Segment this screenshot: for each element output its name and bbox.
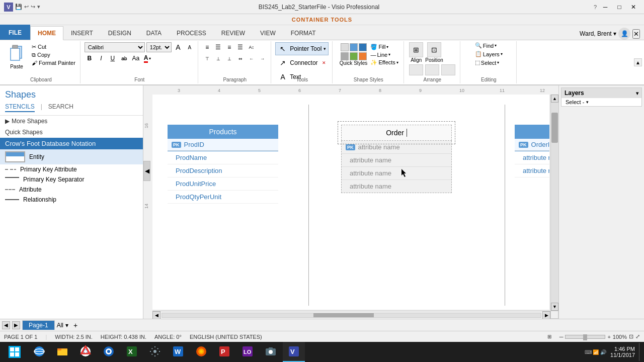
taskbar-explorer[interactable] [51,342,73,362]
tab-file[interactable]: FILE [0,25,30,40]
order-pk-row[interactable]: PK attribute name [342,141,451,154]
cut-button[interactable]: ✂ Cut [30,43,77,51]
hscroll-track[interactable] [162,313,541,318]
indent-inc-button[interactable]: → [258,54,268,64]
canvas[interactable]: Products PK ProdID ProdName ProdDescript… [152,95,549,310]
select-panel-item[interactable]: Select - ▾ [561,98,641,106]
bullet-list-button[interactable]: ☰ [235,42,246,52]
tab-review[interactable]: REVIEW [214,26,253,40]
order-attr2[interactable]: attribute name [342,167,451,180]
entity-products[interactable]: Products PK ProdID ProdName ProdDescript… [168,125,278,204]
tab-home[interactable]: HOME [30,26,63,40]
vscroll-track[interactable] [551,103,558,303]
align-center-button[interactable]: ☰ [213,42,223,52]
top-align-button[interactable]: ⊤ [202,54,212,64]
zoom-thumb[interactable] [583,334,587,340]
more-shapes-item[interactable]: ▶ More Shapes [0,116,143,127]
page-tab-1[interactable]: Page-1 [22,320,55,330]
page-scroll-left[interactable]: ◀ [2,321,10,329]
relationship-item[interactable]: Relationship [0,195,143,205]
page-tabs[interactable]: ◀ ▶ Page-1 All ▾ + [0,319,644,331]
taskbar-chrome[interactable] [74,342,97,362]
taskbar-ie[interactable] [28,342,50,362]
minimize-button[interactable]: ─ [599,2,612,13]
format-painter-button[interactable]: 🖌 Format Painter [30,59,77,66]
taskbar[interactable]: X W P LO V ⌨ 📶 🔊 [0,342,644,362]
zoom-minus[interactable]: ─ [559,334,564,340]
active-stencil[interactable]: Crow's Foot Database Notation [0,138,143,149]
select-button[interactable]: ⬚Select▾ [475,59,500,66]
all-pages[interactable]: All ▾ [57,322,68,329]
close-doc-button[interactable]: ✕ [632,29,640,39]
scroll-up-button[interactable]: ▲ [551,95,558,103]
indent-dec-button[interactable]: ← [247,54,257,64]
zoom-plus[interactable]: + [607,334,610,340]
zoom-expand[interactable]: ⤢ [635,333,640,340]
underline-button[interactable]: U [108,53,118,63]
orders-orderid-row[interactable]: PK OrderID [515,139,549,151]
pk-separator-item[interactable]: Primary Key Separator [0,174,143,185]
taskbar-word[interactable]: W [167,342,189,362]
taskbar-settings[interactable] [144,342,166,362]
bold-button[interactable]: B [85,53,95,63]
layers-button[interactable]: 📋Layers▾ [475,51,503,57]
tab-view[interactable]: VIEW [253,26,283,40]
products-prodqty[interactable]: ProdQtyPerUnit [168,191,278,204]
zoom-fit-button[interactable]: ⊡ [629,333,633,340]
text-dir-button[interactable]: ⇔ [235,54,246,64]
tab-process[interactable]: PROCESS [169,26,214,40]
products-prodname[interactable]: ProdName [168,151,278,164]
ribbon-collapse[interactable]: ▲ [634,41,642,83]
hscroll-thumb[interactable] [313,313,374,317]
order-attr3[interactable]: attribute name [342,180,451,193]
zoom-slider[interactable] [565,335,605,339]
fill-button[interactable]: 🪣Fill▾ [370,44,398,50]
all-pages-dropdown[interactable]: ▾ [65,322,68,329]
sidebar-collapse-button[interactable]: ◀ [143,161,150,181]
taskbar-cortana[interactable] [98,342,120,362]
taskbar-firefox[interactable] [190,342,212,362]
taskbar-visio[interactable]: V [283,342,305,362]
orders-attr1[interactable]: attribute name [515,151,549,164]
sidebar-tab-stencils[interactable]: STENCILS [5,103,35,112]
entity-orders[interactable]: Orders PK OrderID attribute name attribu… [515,125,549,177]
scroll-right-button[interactable]: ▶ [542,311,550,319]
orders-attr2[interactable]: attribute name [515,164,549,177]
effects-button[interactable]: ✨Effects▾ [370,59,398,66]
arrange-btn2[interactable] [425,64,439,75]
font-grow-button[interactable]: A [173,42,183,52]
pointer-tool-button[interactable]: ↖ Pointer Tool ▾ [275,42,329,55]
window-controls[interactable]: ─ □ ✕ [599,2,640,13]
canvas-area[interactable]: 3 4 5 6 7 8 9 10 11 12 13 16 15 14 [143,85,558,319]
shrink-text-button[interactable]: A↕ [247,42,257,52]
page-scroll-right[interactable]: ▶ [12,321,20,329]
vscroll-thumb[interactable] [551,113,558,143]
products-prodprice[interactable]: ProdUnitPrice [168,177,278,191]
bot-align-button[interactable]: ⊥ [224,54,234,64]
font-aa-button[interactable]: Aa [131,53,141,63]
font-color-button[interactable]: A ▾ [142,54,153,63]
pk-attribute-item[interactable]: Primary Key Attribute [0,164,143,174]
quick-styles-button[interactable]: Quick Styles [339,42,369,67]
font-size-select[interactable]: 12pt. [146,42,172,52]
taskbar-camera[interactable] [260,342,282,362]
start-button[interactable] [2,342,27,362]
font-shrink-button[interactable]: A [185,42,195,52]
arrange-btn3[interactable] [441,64,455,75]
close-button[interactable]: ✕ [627,2,640,13]
products-prodid-row[interactable]: PK ProdID [168,139,278,151]
taskbar-logo[interactable]: LO [236,342,259,362]
attribute-item[interactable]: Attribute [0,185,143,195]
align-right-button[interactable]: ≡ [224,42,234,52]
layers-expand[interactable]: ▾ [636,90,638,96]
find-button[interactable]: 🔍Find▾ [475,42,497,49]
font-family-select[interactable]: Calibri [85,42,145,52]
horizontal-scrollbar[interactable]: ◀ ▶ [152,311,550,319]
orders-header[interactable]: Orders [515,125,549,139]
zoom-controls[interactable]: ─ + 100% ⊡ ⤢ [559,333,640,340]
position-button[interactable]: ⊡ Position [425,42,443,63]
strikethrough-button[interactable]: ab [119,53,129,63]
align-button[interactable]: ⊞ Align [409,42,423,63]
ribbon-tabs[interactable]: FILE HOME INSERT DESIGN DATA PROCESS REV… [0,25,644,40]
order-attr1[interactable]: attribute name [342,154,451,167]
